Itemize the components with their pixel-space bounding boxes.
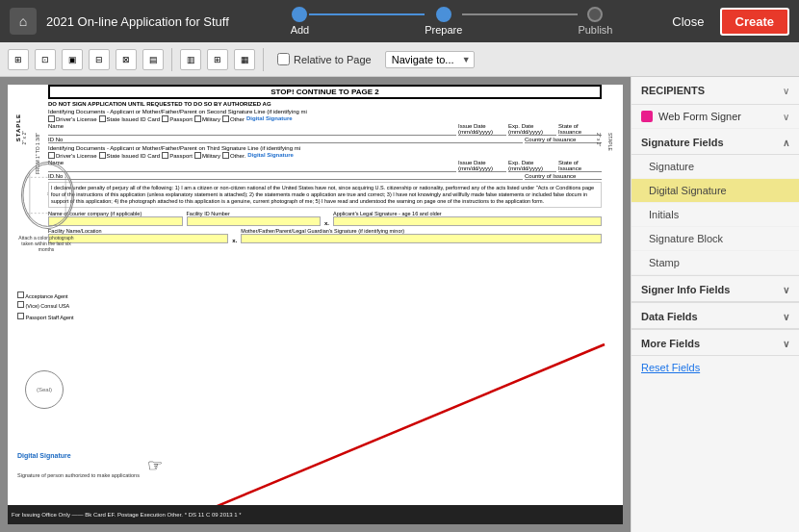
id-col-1: Driver's License <box>48 115 97 122</box>
toolbar-icon-1[interactable]: ⊞ <box>8 49 29 70</box>
recipients-chevron[interactable]: ∨ <box>783 86 789 96</box>
digital-signature-label: Digital Signature <box>17 452 71 459</box>
signer-info-fields-chevron: ∨ <box>783 285 789 295</box>
toolbar-icon-9[interactable]: ▦ <box>234 49 255 70</box>
steps-container: Add Prepare Publish <box>248 7 655 36</box>
seal-circle: (Seal) <box>25 370 64 409</box>
idno-row-1: ID No Country of Issuance <box>48 137 602 143</box>
id-docs-header-1: Identifying Documents - Applicant or Mot… <box>48 109 602 114</box>
toolbar-icon-3[interactable]: ▣ <box>62 49 83 70</box>
home-icon: ⌂ <box>19 13 27 29</box>
more-fields-header[interactable]: More Fields ∨ <box>631 329 799 356</box>
id-col-4: Military <box>194 115 220 122</box>
doc-bottom-bar: For Issuing Office Only —— Bk Card EF. P… <box>8 505 623 524</box>
relative-to-page-label: Relative to Page <box>277 53 372 65</box>
facility-name-row: Facility Name/Location x. Mother/Father/… <box>48 228 602 243</box>
id2-col-2: State Issued ID Card <box>99 152 161 159</box>
legal-sig-input[interactable] <box>333 216 602 226</box>
staple-label-right: STAPLE <box>607 133 613 151</box>
step-publish-label: Publish <box>578 24 612 36</box>
id-docs-row-1: Driver's License State Issued ID Card Pa… <box>48 115 602 122</box>
size-label-right: 2" x 2" <box>596 133 602 146</box>
toolbar-icon-5[interactable]: ⊠ <box>116 49 137 70</box>
navigate-to-wrapper: Navigate to... ▼ <box>377 51 475 68</box>
main-area: STAPLE FROM 1" TO 1 3/8" 2" x 2" STAPLE … <box>0 77 799 532</box>
step-prepare[interactable]: Prepare <box>425 7 462 36</box>
id2-col-4: Military <box>194 152 220 159</box>
navigate-to-select[interactable]: Navigate to... <box>385 51 475 68</box>
step-line-2 <box>462 13 578 15</box>
create-button[interactable]: Create <box>720 8 789 36</box>
home-button[interactable]: ⌂ <box>10 8 37 35</box>
facility-id-input[interactable] <box>187 216 322 226</box>
document-area: STAPLE FROM 1" TO 1 3/8" 2" x 2" STAPLE … <box>0 77 631 532</box>
idno-row-2: ID No Country of Issuance <box>48 173 602 180</box>
recipients-label: RECIPIENTS <box>641 85 705 96</box>
sig-field-stamp[interactable]: Stamp <box>631 251 799 275</box>
svg-line-7 <box>167 344 605 524</box>
toolbar-icon-4[interactable]: ⊟ <box>89 49 110 70</box>
sig-field-initials[interactable]: Initials <box>631 203 799 227</box>
step-publish[interactable]: Publish <box>578 7 612 36</box>
declaration-text: I declare under penalty of perjury all o… <box>48 182 602 208</box>
toolbar-icon-6[interactable]: ▤ <box>142 49 164 70</box>
acceptance-agent-row: Acceptance Agent (Vice) Consul USA <box>17 291 69 309</box>
do-not-sign: DO NOT SIGN APPLICATION UNTIL REQUESTED … <box>48 101 602 107</box>
photo-oval: ↕ <box>21 162 74 229</box>
name-row-1: Name Issue Date (mm/dd/yyyy) Exp. Date (… <box>48 123 602 136</box>
step-line-1 <box>309 13 425 15</box>
step-publish-circle <box>587 7 603 22</box>
passport-staff-row: Passport Staff Agent <box>17 313 74 320</box>
photo-label: Attach a color photograph taken within t… <box>13 235 79 252</box>
web-form-signer-row[interactable]: Web Form Signer ∨ <box>631 105 799 129</box>
sig-field-signature[interactable]: Signature <box>631 155 799 179</box>
step-add-label: Add <box>291 24 310 36</box>
sig-person-label: Signature of person authorized to make a… <box>17 472 140 478</box>
step-add[interactable]: Add <box>291 7 310 36</box>
size-label-left: 2" x 2" <box>21 131 27 144</box>
courier-row: Name of courier company (if applicable) … <box>48 211 602 226</box>
stop-header: STOP! CONTINUE TO PAGE 2 <box>48 85 602 99</box>
app-title: 2021 On-line Application for Stuff <box>46 14 229 29</box>
doc-body: STOP! CONTINUE TO PAGE 2 DO NOT SIGN APP… <box>48 85 602 243</box>
id-col-5: Other <box>222 115 245 122</box>
id2-col-3: Passport <box>162 152 193 159</box>
secondary-toolbar: ⊞ ⊡ ▣ ⊟ ⊠ ▤ ▥ ⊞ ▦ Relative to Page Navig… <box>0 42 799 77</box>
id-col-6: Digital Signature <box>246 115 293 122</box>
id2-col-6: Digital Signature <box>247 152 294 159</box>
sig-field-digital-signature[interactable]: Digital Signature <box>631 179 799 203</box>
toolbar-icon-2[interactable]: ⊡ <box>35 49 56 70</box>
mother-sig-input-1[interactable] <box>241 234 602 243</box>
signer-info-fields-header[interactable]: Signer Info Fields ∨ <box>631 275 799 302</box>
id-docs-header-2: Identifying Documents - Applicant or Mot… <box>48 145 602 151</box>
sig-field-signature-block[interactable]: Signature Block <box>631 227 799 251</box>
id-col-3: Passport <box>162 115 193 122</box>
signature-fields-label: Signature Fields <box>641 137 724 148</box>
top-toolbar: ⌂ 2021 On-line Application for Stuff Add… <box>0 0 799 42</box>
relative-to-page-checkbox[interactable] <box>277 53 290 65</box>
toolbar-icon-8[interactable]: ⊞ <box>207 49 228 70</box>
recipients-section: RECIPIENTS ∨ <box>631 77 799 105</box>
data-fields-label: Data Fields <box>641 311 698 322</box>
cursor-hand-icon: ☞ <box>147 455 163 476</box>
signature-fields-chevron: ∧ <box>783 138 789 148</box>
document-content: STAPLE FROM 1" TO 1 3/8" 2" x 2" STAPLE … <box>8 85 623 524</box>
legal-sig-field: Applicant's Legal Signature - age 16 and… <box>333 211 602 226</box>
step-prepare-circle <box>436 7 451 22</box>
signature-fields-header[interactable]: Signature Fields ∧ <box>631 129 799 155</box>
bottom-bar-text: For Issuing Office Only —— Bk Card EF. P… <box>12 512 242 518</box>
id2-col-1: Driver's License <box>48 152 97 159</box>
data-fields-header[interactable]: Data Fields ∨ <box>631 302 799 329</box>
toolbar-divider-2 <box>263 48 264 71</box>
mother-sig-field-1: Mother/Father/Parent/Legal Guardian's Si… <box>241 228 602 243</box>
toolbar-icon-7[interactable]: ▥ <box>180 49 201 70</box>
reset-fields-link[interactable]: Reset Fields <box>631 356 799 379</box>
svg-text:↕: ↕ <box>46 191 48 196</box>
web-form-signer-label: Web Form Signer <box>658 111 777 122</box>
step-prepare-label: Prepare <box>425 24 462 36</box>
id-docs-row-2: Driver's License State Issued ID Card Pa… <box>48 152 602 159</box>
close-button[interactable]: Close <box>664 11 711 33</box>
x-label-1: x. <box>324 220 329 226</box>
x-label-2: x. <box>232 238 237 243</box>
right-panel: RECIPIENTS ∨ Web Form Signer ∨ Signature… <box>631 77 799 532</box>
